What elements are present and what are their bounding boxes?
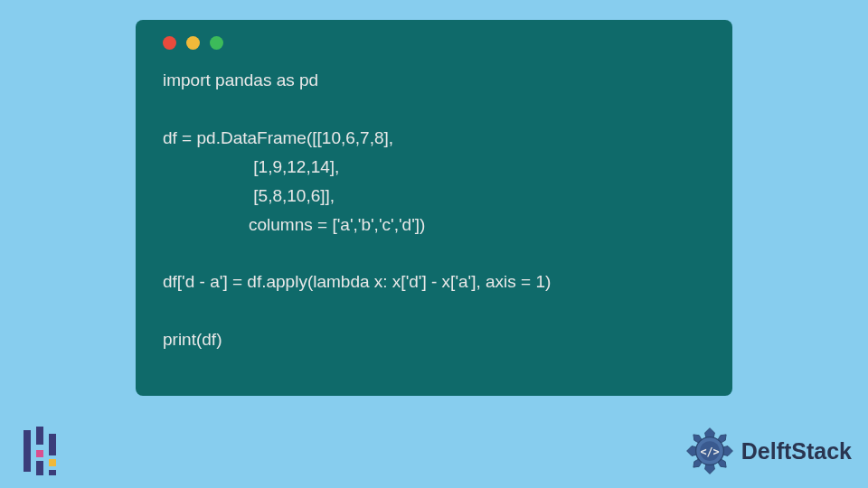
brand-name: DelftStack	[741, 438, 852, 465]
code-content: import pandas as pd df = pd.DataFrame([[…	[163, 66, 705, 354]
svg-rect-3	[36, 461, 43, 475]
window-controls	[163, 36, 705, 50]
left-brand-icon	[16, 423, 72, 479]
svg-rect-4	[49, 434, 56, 455]
svg-rect-2	[36, 450, 43, 457]
maximize-dot-icon	[210, 36, 223, 50]
right-brand-logo: </> DelftStack	[684, 425, 852, 477]
svg-text:</>: </>	[700, 446, 719, 458]
svg-rect-0	[24, 430, 31, 472]
svg-rect-5	[49, 459, 56, 466]
svg-rect-6	[49, 470, 56, 475]
minimize-dot-icon	[186, 36, 200, 50]
close-dot-icon	[163, 36, 176, 50]
svg-rect-1	[36, 427, 43, 445]
code-window: import pandas as pd df = pd.DataFrame([[…	[136, 20, 732, 396]
gear-icon: </>	[684, 425, 736, 477]
